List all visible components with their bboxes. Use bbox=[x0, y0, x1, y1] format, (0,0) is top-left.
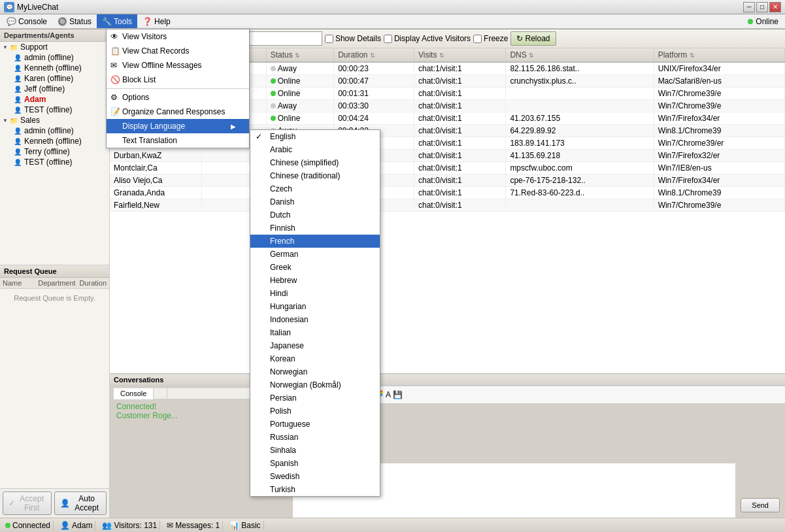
col-platform[interactable]: Platform ⇅ bbox=[654, 48, 784, 62]
accept-first-button[interactable]: ✓ Accept First bbox=[3, 491, 52, 515]
lang-sinhala[interactable]: Sinhala bbox=[250, 444, 380, 457]
col-visits[interactable]: Visits ⇅ bbox=[414, 48, 505, 62]
tree-item-sales-admin[interactable]: 👤 admin (offline) bbox=[0, 125, 109, 136]
reload-button[interactable]: ↻ Reload bbox=[510, 31, 556, 46]
tree-item-adam[interactable]: 👤 Adam bbox=[0, 94, 109, 105]
lang-german[interactable]: German bbox=[250, 248, 380, 261]
menu-status[interactable]: 🔘 Status bbox=[52, 14, 97, 28]
show-details-checkbox[interactable] bbox=[325, 35, 333, 43]
sales-terry-label: Terry (offline) bbox=[24, 147, 70, 156]
console-icon: 💬 bbox=[7, 17, 16, 26]
menu-display-language[interactable]: Display Language ▶ bbox=[107, 119, 249, 133]
accept-first-label: Accept First bbox=[18, 494, 46, 512]
lang-hungarian[interactable]: Hungarian bbox=[250, 300, 380, 313]
lang-japanese[interactable]: Japanese bbox=[250, 339, 380, 352]
tree-item-kenneth-offline[interactable]: 👤 Kenneth (offline) bbox=[0, 63, 109, 73]
close-button[interactable]: ✕ bbox=[769, 2, 781, 12]
lang-indonesian[interactable]: Indonesian bbox=[250, 313, 380, 326]
lang-arabic[interactable]: Arabic bbox=[250, 143, 380, 156]
tree-item-support[interactable]: ▼ 📁 Support bbox=[0, 42, 109, 52]
lang-russian[interactable]: Russian bbox=[250, 431, 380, 444]
display-active-checkbox[interactable] bbox=[384, 35, 392, 43]
minimize-button[interactable]: ─ bbox=[743, 2, 755, 12]
cell-duration: 00:01:31 bbox=[334, 88, 414, 100]
table-row[interactable]: Aliso Viejo,Ca Away 00:04:31 chat:0/visi… bbox=[110, 175, 785, 187]
menu-view-chat-records[interactable]: 📋 View Chat Records bbox=[107, 44, 249, 58]
lang-dutch[interactable]: Dutch bbox=[250, 208, 380, 222]
search-input[interactable] bbox=[244, 31, 322, 46]
tree-item-admin-offline[interactable]: 👤 admin (offline) bbox=[0, 52, 109, 63]
attachment-icon[interactable]: 💾 bbox=[393, 390, 403, 399]
lang-norwegian-bokmal[interactable]: Norwegian (Bokmål) bbox=[250, 378, 380, 391]
lang-portuguese[interactable]: Portuguese bbox=[250, 418, 380, 431]
lang-korean-label: Korean bbox=[270, 354, 295, 363]
cell-dns: 82.115.26.186.stat.. bbox=[506, 62, 654, 75]
tree-item-jeff-offline[interactable]: 👤 Jeff (offline) bbox=[0, 84, 109, 94]
menu-text-translation[interactable]: Text Translation bbox=[107, 133, 249, 148]
lang-swedish[interactable]: Swedish bbox=[250, 470, 380, 483]
cell-dns: 71.Red-83-60-223.d.. bbox=[506, 187, 654, 199]
cell-location: Fairfield,New bbox=[110, 199, 201, 212]
cell-location: Granada,Anda bbox=[110, 187, 201, 199]
cell-visits: chat:0/visit:1 bbox=[414, 137, 505, 150]
menu-console[interactable]: 💬 Console bbox=[1, 14, 52, 28]
lang-chinese-traditional[interactable]: Chinese (traditional) bbox=[250, 169, 380, 182]
lang-french[interactable]: French bbox=[250, 235, 380, 248]
tree-item-sales[interactable]: ▼ 📁 Sales bbox=[0, 115, 109, 125]
cell-platform: Win8.1/Chrome39 bbox=[654, 187, 784, 199]
tree-item-sales-kenneth[interactable]: 👤 Kenneth (offline) bbox=[0, 136, 109, 146]
menu-organize-canned[interactable]: 📝 Organize Canned Responses bbox=[107, 105, 249, 119]
menu-view-visitors[interactable]: 👁 View Visitors bbox=[107, 29, 249, 44]
col-duration[interactable]: Duration ⇅ bbox=[334, 48, 414, 62]
auto-accept-button[interactable]: 👤 Auto Accept bbox=[54, 491, 107, 515]
menu-options[interactable]: ⚙ Options bbox=[107, 90, 249, 105]
lang-czech-label: Czech bbox=[270, 184, 292, 193]
menu-block-list[interactable]: 🚫 Block List bbox=[107, 73, 249, 87]
col-status[interactable]: Status ⇅ bbox=[266, 48, 333, 62]
adam-label: Adam bbox=[24, 95, 46, 104]
menu-help[interactable]: ❓ Help bbox=[137, 14, 176, 28]
tree-item-sales-terry[interactable]: 👤 Terry (offline) bbox=[0, 146, 109, 157]
lang-norwegian[interactable]: Norwegian bbox=[250, 365, 380, 378]
tree-item-sales-test[interactable]: 👤 TEST (offline) bbox=[0, 157, 109, 167]
lang-italian[interactable]: Italian bbox=[250, 326, 380, 339]
cell-visits: chat:0/visit:1 bbox=[414, 150, 505, 162]
lang-czech[interactable]: Czech bbox=[250, 182, 380, 195]
font-icon[interactable]: A bbox=[386, 390, 391, 399]
lang-spanish[interactable]: Spanish bbox=[250, 457, 380, 470]
tab-console[interactable]: Console bbox=[114, 388, 154, 399]
lang-finnish[interactable]: Finnish bbox=[250, 222, 380, 235]
lang-turkish-label: Turkish bbox=[270, 485, 295, 494]
agent-icon: 👤 bbox=[13, 158, 22, 167]
lang-greek[interactable]: Greek bbox=[250, 261, 380, 274]
lang-hindi[interactable]: Hindi bbox=[250, 287, 380, 300]
show-details-wrap[interactable]: Show Details bbox=[325, 34, 381, 43]
tree-item-karen-offline[interactable]: 👤 Karen (offline) bbox=[0, 73, 109, 84]
display-active-wrap[interactable]: Display Active Visitors bbox=[384, 34, 471, 43]
lang-chinese-traditional-label: Chinese (traditional) bbox=[270, 171, 340, 180]
lang-english[interactable]: ✓ English bbox=[250, 130, 380, 143]
menu-view-offline[interactable]: ✉ View Offline Messages bbox=[107, 58, 249, 73]
table-row[interactable]: Granada,Anda Online 00:04:33 chat:0/visi… bbox=[110, 187, 785, 199]
freeze-checkbox[interactable] bbox=[473, 35, 482, 43]
tab-other[interactable] bbox=[154, 388, 167, 399]
table-row[interactable]: Durban,KwaZ Away 00:04:36 chat:0/visit:1… bbox=[110, 150, 785, 162]
table-row[interactable]: Montclair,Ca Away 00:04:34 chat:0/visit:… bbox=[110, 162, 785, 175]
send-button[interactable]: Send bbox=[741, 498, 780, 512]
table-row[interactable]: Fairfield,New Away 00:04:33 chat:0/visit… bbox=[110, 199, 785, 212]
col-dns[interactable]: DNS ⇅ bbox=[506, 48, 654, 62]
maximize-button[interactable]: □ bbox=[756, 2, 768, 12]
lang-hebrew[interactable]: Hebrew bbox=[250, 274, 380, 287]
lang-polish[interactable]: Polish bbox=[250, 405, 380, 418]
menu-tools[interactable]: 🔧 Tools bbox=[97, 14, 137, 28]
lang-chinese-simplified[interactable]: Chinese (simplified) bbox=[250, 156, 380, 169]
lang-korean[interactable]: Korean bbox=[250, 352, 380, 365]
messages-icon: ✉ bbox=[167, 521, 173, 530]
messages-label: Messages: 1 bbox=[175, 521, 220, 530]
lang-turkish[interactable]: Turkish bbox=[250, 483, 380, 496]
lang-persian[interactable]: Persian bbox=[250, 391, 380, 405]
lang-danish[interactable]: Danish bbox=[250, 195, 380, 208]
tree-item-test-offline[interactable]: 👤 TEST (offline) bbox=[0, 105, 109, 115]
cell-visits: chat:0/visit:1 bbox=[414, 75, 505, 88]
freeze-wrap[interactable]: Freeze bbox=[473, 34, 508, 43]
